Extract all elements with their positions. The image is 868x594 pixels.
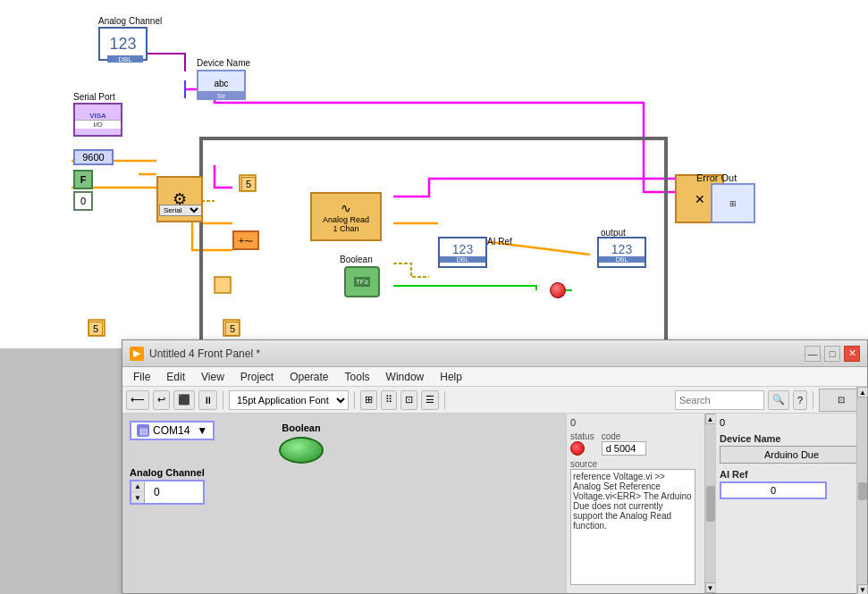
ai-ref-label: AI Ref	[720, 469, 864, 480]
code-value: d 5004	[602, 441, 646, 456]
analog-read-node: ∿ Analog Read 1 Chan	[310, 192, 382, 241]
app-icon: ▶	[130, 347, 144, 361]
boolean-label-fp: Boolean	[282, 422, 320, 433]
fp-content: ▤ COM14 ▼ Boolean Analog Channel ▲ ▼	[122, 414, 867, 593]
right-panel: 0 Device Name Arduino Due AI Ref 0 ▲ ▼	[715, 414, 867, 593]
output-indicator-bd: 123 DBL	[597, 237, 646, 268]
title-bar: ▶ Untitled 4 Front Panel * — □ ✕	[122, 340, 867, 367]
serial-port-label: Serial Port	[73, 92, 115, 102]
window-title: Untitled 4 Front Panel *	[149, 347, 805, 360]
toolbar: ⟵ ↩ ⬛ ⏸ 15pt Application Font ⊞ ⠿ ⊡ ☰ 🔍 …	[122, 387, 867, 414]
sep2	[354, 391, 355, 409]
code-label: code	[602, 431, 646, 441]
f-indicator: F	[73, 170, 93, 189]
menu-window[interactable]: Window	[379, 369, 432, 385]
device-name-value[interactable]: Arduino Due	[720, 446, 864, 464]
font-select[interactable]: 15pt Application Font	[229, 390, 349, 410]
align-button[interactable]: ⊞	[360, 390, 377, 410]
stop-indicator-bd	[550, 282, 566, 298]
resize-button[interactable]: ⊡	[400, 390, 417, 410]
status-label: status	[570, 431, 594, 441]
menu-file[interactable]: File	[126, 369, 157, 385]
abort-button[interactable]: ⬛	[173, 390, 195, 410]
device-name-field: Device Name Arduino Due	[720, 433, 864, 464]
sep4	[813, 391, 813, 409]
scroll-thumb[interactable]	[706, 486, 715, 522]
analog-ch-sub: DBL	[107, 55, 143, 63]
analog-channel-label-fp: Analog Channel	[130, 467, 205, 478]
value-5-left-bd: 5	[88, 322, 103, 336]
fp-main-area: ▤ COM14 ▼ Boolean Analog Channel ▲ ▼	[122, 414, 566, 593]
window-controls: — □ ✕	[805, 346, 860, 362]
front-panel-window: ▶ Untitled 4 Front Panel * — □ ✕ File Ed…	[122, 339, 868, 594]
right-scroll-thumb[interactable]	[858, 482, 867, 500]
source-field: source reference Voltage.vi >> Analog Se…	[570, 459, 701, 585]
right-scrollbar[interactable]: ▲ ▼	[856, 414, 867, 593]
distribute-button[interactable]: ⠿	[381, 390, 397, 410]
zero-indicator: 0	[73, 191, 93, 211]
menu-tools[interactable]: Tools	[338, 369, 377, 385]
maximize-button[interactable]: □	[824, 346, 840, 362]
status-panel: 0 status code d 5004 source reference Vo…	[566, 414, 704, 593]
right-scroll-down[interactable]: ▼	[857, 584, 867, 593]
visa-indicator: VISA I/O	[73, 103, 122, 137]
com-port-dropdown[interactable]: ▤ COM14 ▼	[130, 421, 215, 440]
spin-up[interactable]: ▲	[131, 481, 144, 492]
ai-ref-indicator-bd: 123 DBL	[438, 237, 487, 268]
vertical-scrollbar[interactable]: ▲ ▼	[704, 414, 715, 593]
value-5-bd: 5	[241, 177, 256, 191]
menu-help[interactable]: Help	[433, 369, 469, 385]
forward-button[interactable]: ↩	[153, 390, 170, 410]
boolean-label-bd: Boolean	[340, 255, 373, 264]
svg-rect-3	[215, 277, 231, 293]
status-zero-top: 0	[570, 417, 701, 428]
ai-ref-value: 0	[720, 481, 827, 499]
status-led	[570, 441, 585, 456]
block-diagram: Analog Channel 123 DBL Serial Port VISA …	[0, 0, 868, 348]
scroll-down-arrow[interactable]: ▼	[705, 582, 716, 593]
right-zero-top: 0	[720, 417, 864, 428]
close-button[interactable]: ✕	[844, 346, 860, 362]
ai-ref-field: AI Ref 0	[720, 469, 864, 499]
menu-operate[interactable]: Operate	[282, 369, 335, 385]
analog-channel-label-bd: Analog Channel	[98, 16, 162, 26]
spinners: ▲ ▼	[131, 481, 145, 503]
serial-dropdown-bd[interactable]: Serial	[159, 205, 202, 216]
add-node: +⁓	[232, 230, 259, 250]
boolean-node-bd: TF≥	[344, 266, 380, 297]
analog-channel-numeric: ▲ ▼ 0	[130, 480, 205, 505]
sep3	[444, 391, 445, 409]
source-text-box[interactable]: reference Voltage.vi >> Analog Set Refer…	[570, 469, 695, 585]
svg-rect-0	[201, 138, 666, 348]
spin-down[interactable]: ▼	[131, 492, 144, 503]
menu-bar: File Edit View Project Operate Tools Win…	[122, 367, 867, 387]
com-port-value: COM14	[153, 424, 190, 437]
error-out-label-bd: Error Out	[696, 172, 737, 183]
search-button[interactable]: 🔍	[768, 390, 789, 410]
ai-ref-label-bd: AI Ref	[487, 237, 512, 247]
serial-label-bd: Serial	[159, 204, 202, 216]
back-button[interactable]: ⟵	[126, 390, 149, 410]
search-input[interactable]	[675, 390, 764, 410]
com-port-icon: ▤	[137, 424, 149, 437]
boolean-oval[interactable]	[279, 437, 324, 464]
reorder-button[interactable]: ☰	[421, 390, 439, 410]
pause-button[interactable]: ⏸	[198, 390, 217, 410]
com-port-control: ▤ COM14 ▼	[130, 421, 215, 440]
com-port-arrow: ▼	[197, 424, 207, 437]
error-out-indicator-bd: ⊞	[711, 183, 755, 223]
code-field: code d 5004	[602, 431, 646, 456]
scroll-up-arrow[interactable]: ▲	[705, 414, 716, 424]
value-5-bottom-bd: 5	[225, 322, 240, 336]
analog-channel-value[interactable]: 0	[145, 484, 169, 500]
device-name-type: Str	[197, 91, 246, 100]
status-code-row: status code d 5004	[570, 431, 701, 456]
minimize-button[interactable]: —	[805, 346, 821, 362]
baud-rate: 9600	[73, 149, 114, 165]
menu-view[interactable]: View	[194, 369, 232, 385]
help-button[interactable]: ?	[793, 390, 807, 410]
analog-channel-control-fp: Analog Channel ▲ ▼ 0	[130, 467, 205, 505]
menu-edit[interactable]: Edit	[159, 369, 192, 385]
menu-project[interactable]: Project	[233, 369, 281, 385]
sep1	[223, 391, 223, 409]
